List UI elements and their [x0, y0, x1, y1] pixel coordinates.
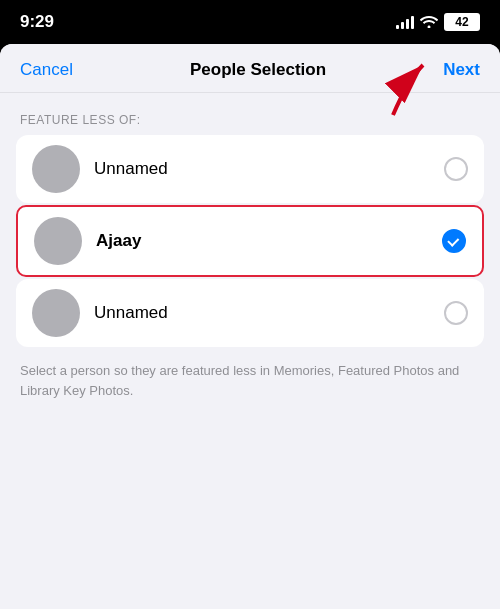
list-item[interactable]: Ajaay — [16, 205, 484, 277]
battery-level: 42 — [455, 15, 468, 29]
next-button[interactable]: Next — [443, 60, 480, 80]
avatar — [34, 217, 82, 265]
person-name: Unnamed — [94, 159, 444, 179]
nav-bar: Cancel People Selection Next — [0, 44, 500, 93]
list-item[interactable]: Unnamed — [16, 279, 484, 347]
list-item[interactable]: Unnamed — [16, 135, 484, 203]
person-name: Ajaay — [96, 231, 442, 251]
wifi-icon — [420, 14, 438, 31]
status-icons: 42 — [396, 13, 480, 31]
status-time: 9:29 — [20, 12, 54, 32]
person-name: Unnamed — [94, 303, 444, 323]
modal-container: Cancel People Selection Next FEATURE LES… — [0, 44, 500, 609]
people-list: Unnamed Ajaay Unnamed — [16, 135, 484, 347]
radio-button[interactable] — [444, 301, 468, 325]
cancel-button[interactable]: Cancel — [20, 60, 73, 80]
radio-button-checked[interactable] — [442, 229, 466, 253]
status-bar: 9:29 42 — [0, 0, 500, 44]
content-area: FEATURE LESS OF: Unnamed Ajaay Unnamed S… — [0, 93, 500, 420]
page-title: People Selection — [190, 60, 326, 80]
section-label: FEATURE LESS OF: — [0, 113, 500, 127]
footer-text: Select a person so they are featured les… — [0, 347, 500, 400]
signal-icon — [396, 15, 414, 29]
avatar — [32, 289, 80, 337]
battery-icon: 42 — [444, 13, 480, 31]
radio-button[interactable] — [444, 157, 468, 181]
avatar — [32, 145, 80, 193]
